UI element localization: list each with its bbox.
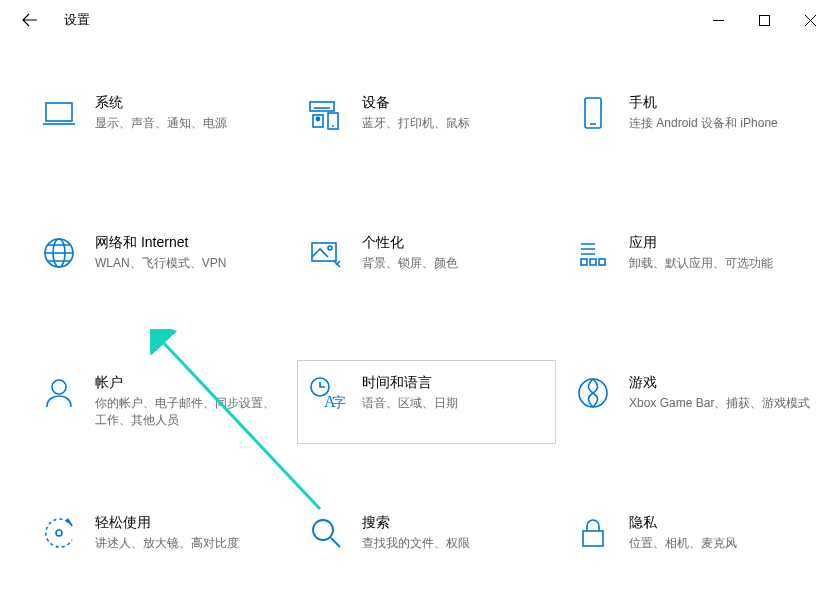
laptop-icon: [39, 93, 79, 133]
category-label: 游戏: [629, 373, 810, 393]
svg-rect-21: [583, 531, 603, 546]
category-sub: 位置、相机、麦克风: [629, 535, 737, 552]
category-sub: 查找我的文件、权限: [362, 535, 470, 552]
category-time-language[interactable]: A 字 时间和语言 语音、区域、日期: [297, 360, 556, 444]
category-label: 轻松使用: [95, 513, 239, 533]
svg-text:字: 字: [332, 395, 346, 410]
svg-rect-2: [310, 102, 334, 111]
category-sub: 连接 Android 设备和 iPhone: [629, 115, 778, 132]
window-controls: [695, 0, 833, 40]
timelang-icon: A 字: [306, 373, 346, 413]
category-sub: 背景、锁屏、颜色: [362, 255, 458, 272]
ease-icon: [39, 513, 79, 553]
svg-point-10: [328, 246, 332, 250]
category-sub: WLAN、飞行模式、VPN: [95, 255, 226, 272]
category-phone[interactable]: 手机 连接 Android 设备和 iPhone: [564, 80, 823, 164]
category-label: 个性化: [362, 233, 458, 253]
maximize-button[interactable]: [741, 0, 787, 40]
category-label: 应用: [629, 233, 773, 253]
category-privacy[interactable]: 隐私 位置、相机、麦克风: [564, 500, 823, 584]
person-icon: [39, 373, 79, 413]
category-apps[interactable]: 应用 卸载、默认应用、可选功能: [564, 220, 823, 304]
back-button[interactable]: [10, 0, 50, 40]
globe-icon: [39, 233, 79, 273]
devices-icon: [306, 93, 346, 133]
svg-point-19: [56, 530, 62, 536]
category-label: 手机: [629, 93, 778, 113]
category-sub: 卸载、默认应用、可选功能: [629, 255, 773, 272]
window-title: 设置: [64, 11, 90, 29]
category-sub: Xbox Game Bar、捕获、游戏模式: [629, 395, 810, 412]
close-icon: [805, 15, 816, 26]
minimize-icon: [713, 15, 724, 26]
category-label: 搜索: [362, 513, 470, 533]
svg-rect-1: [46, 103, 72, 121]
category-sub: 你的帐户、电子邮件、同步设置、工作、其他人员: [95, 395, 280, 430]
category-sub: 讲述人、放大镜、高对比度: [95, 535, 239, 552]
category-ease-of-access[interactable]: 轻松使用 讲述人、放大镜、高对比度: [30, 500, 289, 584]
category-sub: 蓝牙、打印机、鼠标: [362, 115, 470, 132]
category-system[interactable]: 系统 显示、声音、通知、电源: [30, 80, 289, 164]
svg-point-20: [313, 520, 333, 540]
svg-point-14: [52, 380, 66, 394]
gaming-icon: [573, 373, 613, 413]
category-devices[interactable]: 设备 蓝牙、打印机、鼠标: [297, 80, 556, 164]
category-personalization[interactable]: 个性化 背景、锁屏、颜色: [297, 220, 556, 304]
categories-grid: 系统 显示、声音、通知、电源 设备 蓝牙、打印机、鼠标 手机 连接 Androi…: [0, 40, 833, 590]
svg-rect-12: [590, 259, 596, 265]
lock-icon: [573, 513, 613, 553]
category-label: 网络和 Internet: [95, 233, 226, 253]
category-network[interactable]: 网络和 Internet WLAN、飞行模式、VPN: [30, 220, 289, 304]
svg-rect-11: [581, 259, 587, 265]
phone-icon: [573, 93, 613, 133]
maximize-icon: [759, 15, 770, 26]
category-label: 设备: [362, 93, 470, 113]
category-label: 帐户: [95, 373, 280, 393]
category-gaming[interactable]: 游戏 Xbox Game Bar、捕获、游戏模式: [564, 360, 823, 444]
category-sub: 语音、区域、日期: [362, 395, 458, 412]
category-label: 时间和语言: [362, 373, 458, 393]
category-search[interactable]: 搜索 查找我的文件、权限: [297, 500, 556, 584]
category-accounts[interactable]: 帐户 你的帐户、电子邮件、同步设置、工作、其他人员: [30, 360, 289, 444]
apps-icon: [573, 233, 613, 273]
svg-rect-13: [599, 259, 605, 265]
back-icon: [22, 12, 38, 28]
search-icon: [306, 513, 346, 553]
titlebar: 设置: [0, 0, 833, 40]
svg-rect-0: [759, 15, 769, 25]
close-button[interactable]: [787, 0, 833, 40]
svg-point-5: [316, 117, 319, 120]
minimize-button[interactable]: [695, 0, 741, 40]
category-label: 系统: [95, 93, 227, 113]
personal-icon: [306, 233, 346, 273]
category-sub: 显示、声音、通知、电源: [95, 115, 227, 132]
category-label: 隐私: [629, 513, 737, 533]
